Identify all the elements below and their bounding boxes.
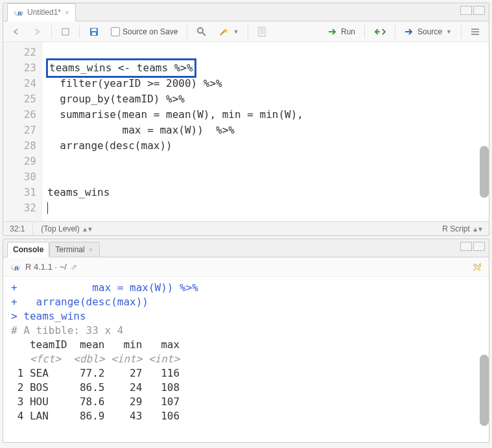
code-line: filter(yearID >= 2000) %>%: [47, 77, 222, 89]
popout-icon[interactable]: ⇗: [71, 263, 77, 272]
source-status-bar: 32:1 (Top Level) ▲▼ R Script ▲▼: [3, 221, 489, 235]
maximize-panel-button[interactable]: [473, 242, 485, 251]
svg-rect-5: [91, 29, 97, 31]
text-cursor: [47, 202, 48, 214]
console-output[interactable]: + max = max(W)) %>% + arrange(desc(max))…: [3, 277, 489, 442]
panel-window-controls: [460, 242, 485, 251]
wand-icon: [218, 27, 229, 37]
r-logo-icon: R: [10, 261, 21, 273]
session-info: R 4.1.1 · ~/: [25, 262, 67, 272]
run-label: Run: [341, 27, 355, 36]
outline-button[interactable]: [467, 26, 484, 38]
code-line: max = max(W)) %>%: [47, 124, 235, 136]
maximize-panel-button[interactable]: [473, 6, 485, 15]
source-tab-bar: R Untitled1* ×: [3, 3, 489, 21]
table-row: 3 HOU 78.6 29 107: [11, 395, 180, 408]
scope-indicator[interactable]: (Top Level) ▲▼: [41, 224, 92, 233]
forward-button[interactable]: [29, 26, 46, 38]
tab-title: Untitled1*: [27, 8, 61, 17]
code-line: summarise(mean = mean(W), min = min(W),: [47, 108, 303, 121]
source-panel: R Untitled1* × Source on Save: [3, 3, 489, 236]
checkbox-icon: [111, 27, 120, 36]
floppy-disk-icon: [89, 27, 99, 37]
svg-point-7: [198, 28, 203, 33]
clear-console-button[interactable]: [472, 262, 482, 272]
chevron-down-icon: ▼: [446, 29, 452, 35]
code-line: arrange(desc(max)): [47, 139, 172, 152]
source-tab-untitled1[interactable]: R Untitled1* ×: [7, 3, 76, 21]
document-icon: [61, 27, 70, 36]
source-toolbar: Source on Save ▼ Run Source ▼: [3, 21, 489, 42]
source-button[interactable]: Source ▼: [401, 25, 456, 38]
save-button[interactable]: [85, 25, 103, 39]
magnifier-icon: [196, 27, 207, 37]
table-row: 4 LAN 86.9 43 106: [11, 410, 180, 422]
tab-label: Console: [13, 245, 43, 254]
file-type-indicator[interactable]: R Script ▲▼: [442, 224, 482, 233]
run-arrow-icon: [328, 28, 338, 36]
cursor-position: 32:1: [10, 224, 25, 233]
code-editor[interactable]: 22 23 24 25 26 27 28 29 30 31 32 teams_w…: [3, 42, 489, 221]
code-tools-button[interactable]: ▼: [215, 25, 242, 39]
table-row: 2 BOS 86.5 24 108: [11, 381, 180, 394]
svg-text:R: R: [18, 10, 22, 17]
console-panel: Console Terminal × R R 4.1.1 · ~/ ⇗ + ma…: [3, 239, 489, 443]
minimize-panel-button[interactable]: [460, 6, 472, 15]
source-arrow-icon: [404, 28, 415, 36]
highlighted-line: teams_wins <- teams %>%: [46, 58, 196, 78]
find-button[interactable]: [193, 25, 211, 39]
arrow-left-icon: [12, 28, 21, 36]
console-tab[interactable]: Console: [7, 242, 49, 257]
terminal-tab[interactable]: Terminal ×: [49, 242, 100, 257]
close-icon[interactable]: ×: [64, 8, 70, 16]
svg-rect-6: [92, 32, 96, 35]
show-in-new-window-button[interactable]: [57, 25, 74, 38]
line-number-gutter: 22 23 24 25 26 27 28 29 30 31 32: [3, 42, 42, 221]
console-line: teamID mean min max: [11, 338, 180, 351]
rerun-icon: [374, 28, 386, 36]
rerun-button[interactable]: [370, 26, 390, 38]
code-body[interactable]: teams_wins <- teams %>% filter(yearID >=…: [42, 42, 489, 221]
editor-scrollbar[interactable]: [480, 146, 489, 198]
console-line: # A tibble: 33 x 4: [11, 324, 123, 336]
chevron-down-icon: ▼: [233, 29, 239, 35]
arrow-right-icon: [33, 28, 42, 36]
close-icon[interactable]: ×: [88, 246, 94, 253]
panel-window-controls: [460, 6, 485, 15]
code-line: group_by(teamID) %>%: [47, 93, 185, 105]
table-row: 1 SEA 77.2 27 116: [11, 367, 180, 379]
tab-label: Terminal: [55, 245, 84, 254]
source-on-save-toggle[interactable]: Source on Save: [107, 25, 182, 38]
outline-icon: [471, 28, 480, 36]
console-line: > teams_wins: [11, 310, 86, 322]
console-toolbar: R R 4.1.1 · ~/ ⇗: [3, 257, 489, 277]
console-line: + max = max(W)) %>%: [11, 281, 198, 294]
console-line: + arrange(desc(max)): [11, 296, 148, 308]
notebook-icon: [257, 27, 266, 37]
console-tab-bar: Console Terminal ×: [3, 239, 489, 257]
svg-rect-10: [259, 27, 265, 36]
svg-rect-3: [62, 29, 69, 35]
compile-report-button[interactable]: [253, 25, 270, 39]
svg-text:R: R: [14, 265, 19, 271]
minimize-panel-button[interactable]: [460, 242, 472, 251]
source-on-save-label: Source on Save: [123, 27, 178, 36]
code-line: teams_wins: [47, 186, 110, 198]
svg-line-8: [202, 32, 205, 36]
console-scrollbar[interactable]: [480, 355, 489, 426]
back-button[interactable]: [8, 26, 25, 38]
r-file-icon: R: [13, 6, 25, 18]
source-label: Source: [417, 27, 442, 36]
run-button[interactable]: Run: [324, 25, 359, 38]
console-line: <fct> <dbl> <int> <int>: [11, 353, 180, 365]
